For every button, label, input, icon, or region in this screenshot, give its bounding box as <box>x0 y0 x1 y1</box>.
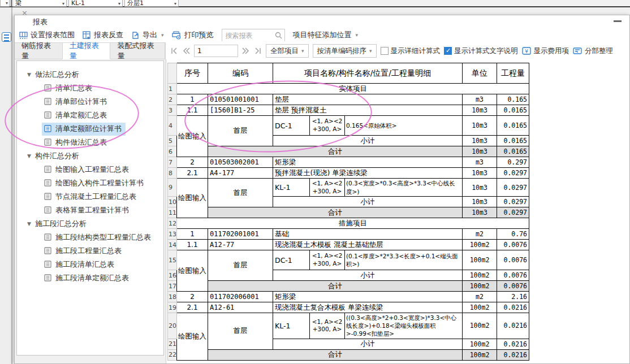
show-formula-text-checkbox[interactable]: 显示计算式文字说明 <box>444 46 518 56</box>
table-cell: 垫层 预拌混凝土 <box>273 105 463 116</box>
table-cell: 10m3 <box>463 105 497 116</box>
show-fee-items-button[interactable]: ¥ 显示费用项 <box>522 46 569 56</box>
prev-page-button[interactable] <box>182 47 190 54</box>
row-number-cell: 14 <box>168 240 177 250</box>
table-cell: [1560]B1-25 <box>208 105 273 116</box>
table-cell: 100m2 <box>463 313 497 339</box>
export-button[interactable]: 导出 ▾ <box>131 30 164 40</box>
sidebar-group-header[interactable]: ▼构件汇总分析 <box>17 149 163 163</box>
svg-text:¥: ¥ <box>525 49 528 54</box>
report-tree-item[interactable]: 施工段工程量汇总表 <box>17 244 163 258</box>
group-label: 做法汇总分析 <box>35 70 79 80</box>
partial-combo[interactable]: ▾ <box>0 0 10 7</box>
report-tree-item[interactable]: 表格算量工程量计算书 <box>17 203 163 217</box>
table-row: 20绘图输入首层KL-1<1, A><2 +300, A>((0.3<高度>*2… <box>168 313 529 339</box>
button-label: 打印预览 <box>184 30 214 40</box>
chevron-expanded-icon: ▼ <box>27 72 31 77</box>
export-icon <box>131 31 140 40</box>
table-cell: 合计 <box>208 207 463 218</box>
row-number-cell: 13 <box>168 229 177 240</box>
table-cell: 0.0076 <box>497 281 529 292</box>
row-number-cell: 3 <box>168 105 177 116</box>
sidebar-divider[interactable] <box>166 59 166 363</box>
table-cell: 011702001001 <box>208 229 273 240</box>
minimize-button[interactable] <box>614 20 622 22</box>
report-tree-item[interactable]: 施工段清单汇总表 <box>17 258 163 271</box>
row-number-cell: 10 <box>168 197 177 207</box>
table-row: 22合计100m20.0216 <box>168 349 529 360</box>
table-cell: 100m2 <box>463 349 497 360</box>
report-tree-item[interactable]: 清单汇总表 <box>17 81 163 95</box>
table-row: 31.1[1560]B1-25垫层 预拌混凝土10m30.0165 <box>168 105 529 116</box>
show-detail-formula-checkbox[interactable]: 显示详细计算式 <box>381 46 441 56</box>
table-cell: 0.0076 <box>497 240 529 250</box>
table-cell: KL-1 <box>273 313 310 339</box>
chevron-down-icon: ▾ <box>62 1 64 7</box>
table-cell: 100m2 <box>463 339 497 349</box>
document-icon <box>44 84 51 92</box>
report-tree-item[interactable]: 绘图输入构件工程量计算书 <box>17 176 163 190</box>
column-header: 编码 <box>208 63 273 84</box>
row-number-cell: 18 <box>168 292 177 302</box>
table-cell: <1, A><2 +300, A> <box>310 250 345 270</box>
report-tree-item[interactable]: 清单定额汇总表 <box>17 109 163 122</box>
sidebar-group-header[interactable]: ▼施工段汇总分析 <box>17 217 163 231</box>
sidebar-group-header[interactable]: ▼做法汇总分析 <box>17 68 163 81</box>
element-type-combo[interactable]: 梁▾ <box>12 0 67 7</box>
tree-item-label: 清单部位计算书 <box>55 97 107 107</box>
table-row: 17合计100m20.0076 <box>168 281 529 292</box>
scope-filter-select[interactable]: 全部项目 ▾ <box>266 44 309 58</box>
table-header-row: 序号编码项目名称/构件名称/位置/工程量明细单位工程量 <box>168 63 529 84</box>
next-page-button[interactable] <box>242 47 250 54</box>
set-report-range-button[interactable]: 设置报表范围 <box>19 30 75 40</box>
chevron-down-icon: ▾ <box>161 32 164 38</box>
table-cell: m2 <box>463 292 497 302</box>
table-row: 15绘图输入首层DC-1<1, A><2 +300, A>(0.1<厚度>*2*… <box>168 250 529 270</box>
row-number-cell: 15 <box>168 250 177 270</box>
close-icon[interactable]: × <box>21 9 28 16</box>
toolbar-separator <box>11 0 12 7</box>
tab-civil-report[interactable]: 土建报表量 <box>63 42 111 59</box>
report-tree-item[interactable]: 清单定额部位计算书 <box>17 122 163 136</box>
table-row: 182011702006001矩形梁m22.16 <box>168 292 529 302</box>
feature-position-button[interactable]: 项目特征添加位置 ▾ <box>293 30 359 40</box>
table-row: 141.1A12-77现浇混凝土木模板 混凝土基础垫层100m20.0076 <box>168 240 529 250</box>
report-tree-item[interactable]: 构件做法汇总表 <box>17 136 163 149</box>
table-cell: 010503002001 <box>208 157 273 168</box>
tab-rebar-report[interactable]: 钢筋报表量 <box>15 42 63 59</box>
report-tree-item[interactable]: 施工段清单定额汇总表 <box>17 271 163 285</box>
report-dialog: 报表 设置报表范围 报表反查 导出 ▾ 打印预览 <box>14 15 630 364</box>
component-name-combo[interactable]: KL-1▾ <box>68 0 123 7</box>
table-cell: ((0.3<高度>*2+0.3<宽度>)*3.3<中心线长度>)+0.18<梁端… <box>345 313 463 339</box>
report-tree-item[interactable]: 绘图输入工程量汇总表 <box>17 163 163 176</box>
button-label: 报表反查 <box>94 30 123 40</box>
table-cell: A12-77 <box>208 240 273 250</box>
row-number-cell: 12 <box>168 218 177 229</box>
page-number-input[interactable] <box>194 45 238 57</box>
table-cell: <1, A><2 +300, A> <box>310 313 345 339</box>
table-cell: DC-1 <box>273 116 310 136</box>
table-cell: 0.0216 <box>497 302 529 313</box>
app-screen: ▾ 梁▾ KL-1▾ 分层1▾ × 报表 设置报表范围 报表反查 导出 <box>0 0 630 364</box>
yen-icon: ¥ <box>522 47 531 55</box>
chevron-down-icon: ▾ <box>369 48 372 54</box>
report-tree-item[interactable]: 清单部位计算书 <box>17 95 163 109</box>
first-page-button[interactable] <box>170 47 178 54</box>
last-page-button[interactable] <box>254 47 262 54</box>
table-cell: 0.0165 <box>497 146 529 157</box>
table-cell: 合计 <box>208 281 463 292</box>
report-tree-item[interactable]: 施工段结构类型工程量汇总表 <box>17 231 163 244</box>
report-tree-item[interactable]: 节点混凝土工程量汇总表 <box>17 190 163 203</box>
print-preview-button[interactable]: 打印预览 <box>172 30 214 40</box>
layer-combo[interactable]: 分层1▾ <box>124 0 179 7</box>
button-label: 导出 <box>143 30 157 40</box>
section-organize-button[interactable]: 分部整理 <box>573 46 613 56</box>
document-icon <box>44 193 51 200</box>
sections-icon <box>573 47 582 55</box>
row-number-cell: 5 <box>168 136 177 146</box>
sort-order-select[interactable]: 按清单编码排序 ▾ <box>313 44 377 58</box>
report-backcheck-button[interactable]: 报表反查 <box>83 30 123 40</box>
table-cell: 010501001001 <box>208 94 273 105</box>
tab-prefab-report[interactable]: 装配式报表量 <box>110 42 165 59</box>
report-panel-icon[interactable] <box>2 32 11 42</box>
